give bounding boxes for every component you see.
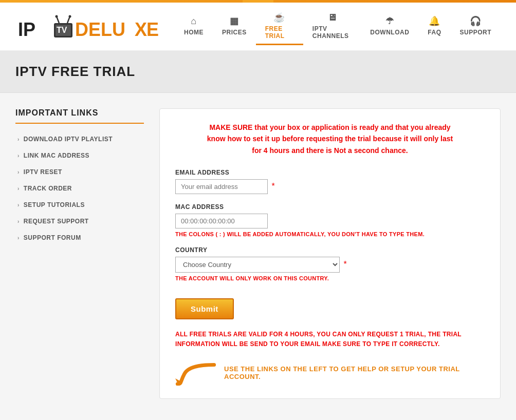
sidebar-item-link-mac[interactable]: › LINK MAC ADDRESS: [15, 148, 144, 163]
country-select[interactable]: Choose Country United States United King…: [175, 257, 340, 273]
email-input[interactable]: [175, 179, 268, 194]
header: IP TV DELU X E ⌂ HOME: [0, 3, 516, 51]
free-trial-icon: ☕: [273, 12, 285, 23]
chevron-icon: ›: [17, 153, 20, 159]
sidebar-menu: › DOWNLOAD IPTV PLAYLIST › LINK MAC ADDR…: [15, 131, 144, 245]
country-hint: THE ACCOUNT WILL ONLY WORK ON THIS COUNT…: [175, 275, 485, 281]
svg-point-5: [56, 15, 58, 17]
submit-button[interactable]: Submit: [175, 298, 234, 319]
chevron-icon: ›: [17, 219, 20, 224]
logo: IP TV DELU X E: [15, 11, 175, 42]
svg-text:IP: IP: [18, 19, 35, 40]
mac-group: MAC ADDRESS THE COLONS ( : ) WILL BE ADD…: [175, 203, 485, 237]
download-icon: ☂: [385, 15, 394, 27]
svg-text:TV: TV: [57, 26, 67, 34]
sidebar-item-setup-tutorials[interactable]: › SETUP TUTORIALS: [15, 197, 144, 213]
warning-text: MAKE SURE that your box or application i…: [175, 122, 485, 156]
support-icon: 🎧: [470, 15, 482, 27]
sidebar-item-iptv-reset[interactable]: › IPTV RESET: [15, 164, 144, 180]
form-container: MAKE SURE that your box or application i…: [159, 108, 501, 399]
arrow-icon: [175, 360, 216, 386]
sidebar-item-track-order[interactable]: › TRACK ORDER: [15, 181, 144, 196]
trial-form: EMAIL ADDRESS * MAC ADDRESS THE COLONS (…: [175, 169, 485, 385]
chevron-icon: ›: [17, 235, 20, 241]
mac-label: MAC ADDRESS: [175, 203, 485, 211]
sidebar-title: IMPORTANT LINKS: [15, 108, 144, 124]
home-icon: ⌂: [191, 16, 196, 27]
svg-text:E: E: [146, 19, 159, 40]
chevron-icon: ›: [17, 137, 20, 142]
email-group: EMAIL ADDRESS *: [175, 169, 485, 194]
chevron-icon: ›: [17, 169, 20, 175]
trial-info: ALL FREE TRIALS ARE VALID FOR 4 HOURS, Y…: [175, 330, 485, 349]
help-section: USE THE LINKS ON THE LEFT TO GET HELP OR…: [175, 360, 485, 386]
warning-make-sure: MAKE SURE that your box or application i…: [207, 123, 453, 155]
page-title: IPTV FREE TRIAL: [15, 64, 501, 80]
help-text: USE THE LINKS ON THE LEFT TO GET HELP OR…: [224, 365, 485, 380]
top-accent-bar: [0, 0, 516, 3]
chevron-icon: ›: [17, 186, 20, 192]
country-required-star: *: [343, 260, 346, 269]
country-group: COUNTRY Choose Country United States Uni…: [175, 246, 485, 281]
nav-faq[interactable]: 🔔 FAQ: [418, 11, 450, 42]
country-label: COUNTRY: [175, 246, 485, 254]
faq-icon: 🔔: [429, 15, 440, 27]
sidebar-item-request-support[interactable]: › REQUEST SUPPORT: [15, 214, 144, 229]
chevron-icon: ›: [17, 202, 20, 208]
iptv-channels-icon: 🖥: [327, 12, 337, 23]
nav-support[interactable]: 🎧 SUPPORT: [450, 11, 501, 42]
nav-iptv-channels[interactable]: 🖥 IPTV CHANNELS: [303, 8, 361, 45]
sidebar-item-support-forum[interactable]: › SUPPORT FORUM: [15, 230, 144, 245]
email-label: EMAIL ADDRESS: [175, 169, 485, 176]
svg-point-6: [69, 15, 71, 17]
logo-svg: IP TV DELU X E: [15, 11, 175, 42]
prices-icon: ▦: [230, 15, 239, 27]
sidebar: IMPORTANT LINKS › DOWNLOAD IPTV PLAYLIST…: [15, 108, 144, 399]
main-content: IMPORTANT LINKS › DOWNLOAD IPTV PLAYLIST…: [0, 93, 516, 414]
svg-text:DELU: DELU: [75, 19, 125, 40]
nav-prices[interactable]: ▦ PRICES: [213, 11, 256, 42]
email-required-star: *: [271, 182, 274, 190]
svg-text:X: X: [135, 19, 147, 40]
page-title-area: IPTV FREE TRIAL: [0, 51, 516, 93]
mac-input[interactable]: [175, 214, 268, 228]
nav-download[interactable]: ☂ DOWNLOAD: [361, 11, 418, 42]
nav-free-trial[interactable]: ☕ FREE TRIAL: [256, 8, 303, 45]
mac-hint: THE COLONS ( : ) WILL BE ADDED AUTOMATIC…: [175, 231, 485, 237]
sidebar-item-download-playlist[interactable]: › DOWNLOAD IPTV PLAYLIST: [15, 131, 144, 147]
nav-home[interactable]: ⌂ HOME: [175, 12, 213, 42]
main-nav: ⌂ HOME ▦ PRICES ☕ FREE TRIAL 🖥 IPTV CHAN…: [175, 8, 501, 45]
